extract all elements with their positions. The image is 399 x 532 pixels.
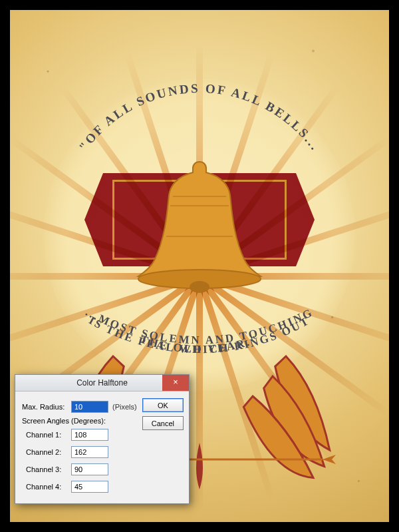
channel-4-input[interactable]: [71, 481, 108, 493]
cancel-button[interactable]: Cancel: [142, 416, 184, 430]
app-workspace: "OF ALL SOUNDS OF ALL BELLS... ...MOST S…: [0, 0, 399, 532]
channel-1-input[interactable]: [71, 429, 108, 441]
max-radius-label: Max. Radius:: [22, 403, 67, 411]
ok-button[interactable]: OK: [142, 398, 184, 412]
color-halftone-dialog: Color Halftone × Max. Radius: (Pixels) S…: [15, 374, 190, 504]
dialog-titlebar[interactable]: Color Halftone ×: [15, 375, 189, 392]
channel-1-label: Channel 1:: [22, 431, 67, 439]
max-radius-input[interactable]: [71, 401, 108, 413]
screen-angles-label: Screen Angles (Degrees):: [22, 417, 137, 425]
channel-3-input[interactable]: [71, 463, 108, 475]
pixels-unit-label: (Pixels): [112, 403, 137, 411]
channel-2-label: Channel 2:: [22, 448, 67, 456]
close-icon[interactable]: ×: [162, 375, 189, 391]
channel-4-label: Channel 4:: [22, 483, 67, 491]
channel-3-label: Channel 3:: [22, 465, 67, 473]
svg-marker-7: [323, 455, 336, 464]
quote-top-arc: "OF ALL SOUNDS OF ALL BELLS...: [57, 100, 342, 200]
channel-2-input[interactable]: [71, 446, 108, 458]
